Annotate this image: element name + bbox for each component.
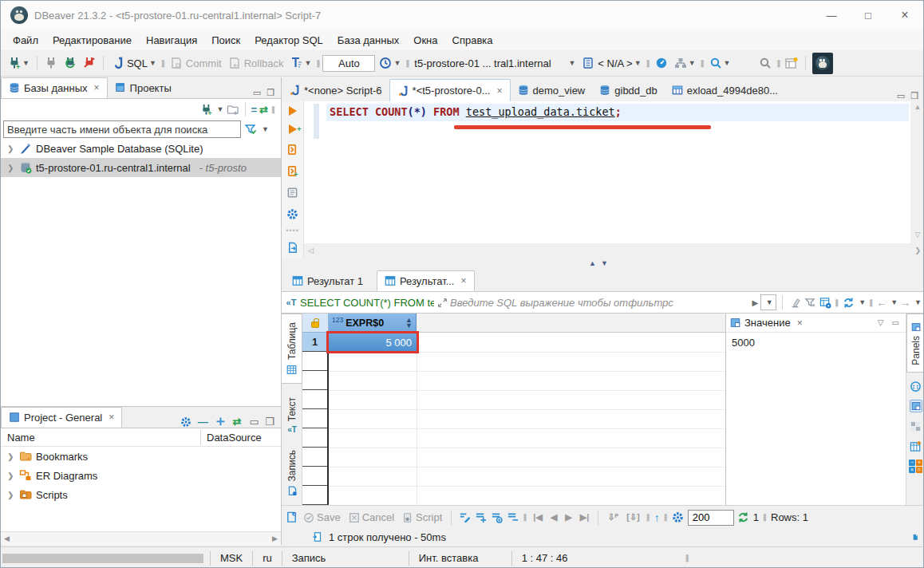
- editor-tab-script6[interactable]: *<none> Script-6: [282, 79, 389, 101]
- nav-forward-icon[interactable]: →: [900, 297, 910, 309]
- save-button[interactable]: Save: [301, 510, 343, 525]
- add-row-icon[interactable]: [474, 511, 487, 524]
- value-panel-menu-icon[interactable]: ▽: [878, 318, 884, 327]
- expand-chevron-icon[interactable]: ❯: [7, 452, 15, 461]
- first-row-icon[interactable]: |◀: [531, 512, 545, 523]
- duplicate-row-icon[interactable]: [490, 511, 503, 524]
- dbeaver-perspective-button[interactable]: [812, 53, 833, 74]
- object-search-input[interactable]: [3, 120, 241, 138]
- value-panel-minimize-icon[interactable]: ▭: [892, 318, 899, 327]
- row-number-cell[interactable]: [302, 467, 329, 486]
- plug-new-icon[interactable]: +: [200, 103, 213, 116]
- menu-help[interactable]: Справка: [445, 32, 500, 49]
- close-icon[interactable]: ×: [461, 275, 467, 286]
- chevron-down-icon[interactable]: ▼: [859, 298, 866, 306]
- search-metadata-button[interactable]: ▼: [707, 55, 733, 71]
- editor-tab-exload[interactable]: exload_4994de80...: [665, 79, 785, 101]
- gear-icon[interactable]: [672, 511, 685, 524]
- chevron-down-icon[interactable]: ▼: [262, 125, 269, 133]
- language-field[interactable]: ru: [253, 552, 282, 564]
- presentation-tab-record[interactable]: Запись: [282, 448, 302, 499]
- tab-project-general[interactable]: Project - General ×: [1, 407, 122, 428]
- grid-column-header-expr0[interactable]: 123 EXPR$0 ▲▼: [329, 314, 417, 333]
- editor-results-sash[interactable]: ▲▼: [282, 258, 924, 269]
- grid-corner-cell[interactable]: [302, 314, 329, 333]
- view-menu-icon[interactable]: ●●●: [270, 106, 276, 113]
- new-connection-button[interactable]: + ▼: [6, 55, 32, 71]
- gear-icon[interactable]: [180, 416, 192, 428]
- caret-position-field[interactable]: 1 : 47 : 46: [512, 552, 685, 564]
- value-content[interactable]: 5000: [726, 333, 906, 353]
- reconnect-button[interactable]: [61, 55, 79, 71]
- new-sql-editor-button[interactable]: SQL ▼: [109, 55, 159, 71]
- menu-windows[interactable]: Окна: [406, 32, 444, 49]
- column-name[interactable]: Name: [1, 432, 35, 444]
- active-connection-combo[interactable]: t5-prostore-01 ... tral1.internal ▼: [412, 56, 578, 71]
- metadata-panel-icon[interactable]: [910, 420, 922, 432]
- commit-mode-combo[interactable]: Auto: [322, 55, 375, 72]
- editor-hscrollbar[interactable]: ◁ ❯: [304, 243, 924, 258]
- tab-result-2[interactable]: Результат... ×: [377, 270, 475, 291]
- expand-filter-icon[interactable]: [436, 297, 448, 308]
- insert-mode-field[interactable]: Инт. вставка: [409, 552, 511, 564]
- new-folder-icon[interactable]: +: [227, 103, 239, 116]
- row-number-cell[interactable]: [302, 409, 329, 428]
- collapse-all-icon[interactable]: =: [251, 104, 258, 116]
- execute-script-icon[interactable]: [286, 143, 299, 156]
- column-datasource[interactable]: DataSource: [207, 432, 262, 444]
- menu-file[interactable]: Файл: [6, 32, 45, 49]
- sql-table-ref[interactable]: test_upload_data.ticket: [466, 105, 615, 118]
- nav-back-icon[interactable]: ←: [876, 297, 886, 309]
- close-icon[interactable]: ×: [94, 82, 100, 93]
- rollback-button[interactable]: Rollback: [226, 55, 286, 71]
- sort-filter-icon[interactable]: ▲▼: [405, 318, 413, 329]
- chevron-down-icon[interactable]: ▼: [914, 298, 922, 306]
- panel-minmax-buttons[interactable]: ▭ ❒: [249, 416, 276, 428]
- expand-chevron-icon[interactable]: ❯: [7, 491, 15, 499]
- network-profile-button[interactable]: ▼: [672, 55, 698, 71]
- apply-filter-icon[interactable]: ▶: [752, 298, 759, 307]
- presentation-tab-grid[interactable]: Таблица: [282, 314, 302, 384]
- sql-editor[interactable]: SELECT COUNT(*) FROM test_upload_data.ti…: [304, 101, 910, 243]
- value-grouping-icon[interactable]: [910, 380, 922, 392]
- link-with-editor-icon[interactable]: ⇄: [233, 416, 243, 428]
- tab-result-1[interactable]: Результат 1: [285, 270, 370, 291]
- commit-button[interactable]: Commit: [168, 55, 224, 71]
- save-report-icon[interactable]: [912, 531, 924, 543]
- project-item-er-diagrams[interactable]: ❯ ER Diagrams: [1, 466, 281, 485]
- row-number-cell[interactable]: [302, 428, 329, 448]
- eraser-icon[interactable]: [788, 296, 801, 309]
- maximize-button[interactable]: □: [850, 2, 886, 29]
- scroll-right-icon[interactable]: ❯: [914, 247, 921, 254]
- collapse-all-icon[interactable]: —: [198, 416, 210, 428]
- close-icon[interactable]: ×: [797, 318, 803, 329]
- fetch-all-icon[interactable]: [⇩]: [624, 512, 642, 523]
- editor-vscrollbar[interactable]: ▲ ▽: [910, 101, 924, 243]
- execute-new-tab-icon[interactable]: +: [289, 124, 297, 134]
- record-mode-icon[interactable]: +: [285, 511, 298, 524]
- tree-item-t5-prostore[interactable]: ❯ t5-prostore-01.ru-central1.internal - …: [1, 158, 281, 177]
- expand-chevron-icon[interactable]: ❯: [7, 144, 15, 153]
- previous-row-icon[interactable]: ◀: [548, 512, 559, 523]
- minimize-button[interactable]: —: [813, 2, 850, 29]
- dashboard-button[interactable]: [653, 55, 670, 71]
- expand-chevron-icon[interactable]: ❯: [7, 164, 15, 172]
- script-button[interactable]: Script: [400, 510, 444, 525]
- delete-row-icon[interactable]: [506, 511, 519, 524]
- disconnect-button[interactable]: [81, 55, 98, 71]
- scroll-left-icon[interactable]: ◀: [4, 534, 10, 542]
- value-panel-tab-label[interactable]: Значение: [744, 317, 791, 329]
- chevron-down-icon[interactable]: ▼: [890, 298, 898, 306]
- export-data-icon[interactable]: ↑: [654, 511, 660, 524]
- row-number-cell[interactable]: [302, 486, 329, 505]
- menu-edit[interactable]: Редактирование: [45, 32, 139, 49]
- filters-menu-icon[interactable]: [804, 296, 816, 309]
- row-number-cell[interactable]: [302, 352, 329, 371]
- filter-history-dropdown[interactable]: ▼: [760, 294, 776, 310]
- sql-code-line[interactable]: SELECT COUNT(*) FROM test_upload_data.ti…: [330, 105, 622, 118]
- scrollbar-thumb[interactable]: [2, 554, 203, 563]
- close-button[interactable]: ×: [886, 2, 923, 29]
- tab-projects[interactable]: Проекты: [108, 77, 179, 98]
- execute-statement-icon[interactable]: [289, 106, 297, 116]
- sash-collapse-icons[interactable]: ▲▼: [589, 259, 613, 267]
